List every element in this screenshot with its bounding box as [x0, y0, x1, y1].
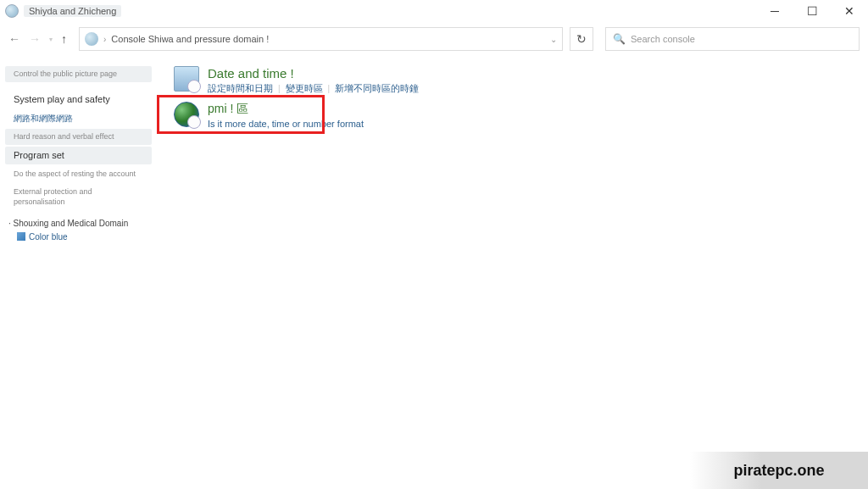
date-time-icon — [174, 66, 199, 92]
search-input[interactable] — [631, 34, 852, 44]
link-add-clocks[interactable]: 新增不同時區的時鐘 — [335, 82, 419, 95]
chevron-down-icon[interactable]: ⌄ — [550, 35, 557, 44]
breadcrumb[interactable]: Console Shiwa and pressure domain ! — [111, 34, 269, 44]
chevron-right-icon: › — [103, 35, 106, 44]
search-box[interactable]: 🔍 — [605, 27, 860, 51]
entry-date-time: Date and time ! 設定時間和日期 | 變更時區 | 新增不同時區的… — [174, 66, 851, 95]
sidebar-group-label: · Shouxing and Medical Domain — [5, 212, 152, 230]
sidebar-sub-color[interactable]: Color blue — [5, 230, 152, 244]
window-title: Shiyda and Zhicheng — [24, 5, 121, 17]
refresh-button[interactable]: ↻ — [570, 27, 593, 51]
sidebar: Control the public picture page System p… — [0, 56, 157, 489]
clock-overlay-icon — [187, 80, 201, 93]
sidebar-item-programs[interactable]: Program set — [5, 147, 152, 164]
close-button[interactable]: ✕ — [831, 0, 868, 22]
maximize-button[interactable]: ☐ — [793, 0, 831, 22]
minimize-button[interactable]: ─ — [756, 0, 793, 22]
sidebar-item-network[interactable]: 網路和網際網路 — [5, 110, 152, 127]
entry-title-region[interactable]: pmi ! 區 — [208, 102, 364, 117]
link-change-timezone[interactable]: 變更時區 — [286, 82, 323, 95]
address-bar[interactable]: › Console Shiwa and pressure domain ! ⌄ — [79, 27, 563, 51]
up-button[interactable]: ↑ — [61, 32, 67, 46]
search-icon: 🔍 — [613, 33, 626, 45]
sidebar-item-accounts[interactable]: Do the aspect of resting the account — [5, 166, 152, 182]
watermark-text: piratepc.one — [733, 462, 824, 480]
sidebar-item-appearance[interactable]: External protection and personalisation — [5, 184, 152, 210]
main-content: Date and time ! 設定時間和日期 | 變更時區 | 新增不同時區的… — [157, 56, 868, 489]
cpl-icon — [85, 32, 98, 46]
entry-title-date-time[interactable]: Date and time ! — [208, 66, 419, 81]
watermark-bar: piratepc.one — [690, 452, 868, 489]
color-swatch-icon — [17, 232, 25, 241]
sidebar-item-control-page[interactable]: Control the public picture page — [5, 66, 152, 82]
app-icon — [5, 4, 19, 18]
back-button[interactable]: ← — [8, 32, 20, 46]
region-globe-icon — [174, 102, 199, 127]
separator: | — [328, 84, 331, 93]
sidebar-sub-label: Color blue — [29, 232, 68, 242]
link-date-number-format[interactable]: Is it more date, time or number format — [208, 119, 364, 129]
sidebar-item-system-safety[interactable]: System play and safety — [5, 91, 152, 108]
forward-button[interactable]: → — [29, 32, 41, 46]
history-dropdown-icon[interactable]: ▾ — [49, 36, 53, 43]
sidebar-item-hardware[interactable]: Hard reason and verbal effect — [5, 129, 152, 145]
separator: | — [278, 84, 281, 93]
clock-overlay-icon — [187, 115, 201, 129]
link-set-date-time[interactable]: 設定時間和日期 — [208, 82, 273, 95]
entry-region: pmi ! 區 Is it more date, time or number … — [174, 102, 851, 129]
